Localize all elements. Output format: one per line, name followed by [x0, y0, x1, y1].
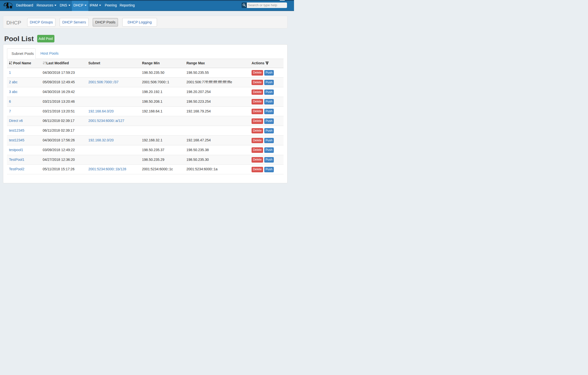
svg-text:Z: Z: [11, 63, 12, 65]
svg-text:A: A: [11, 61, 12, 63]
